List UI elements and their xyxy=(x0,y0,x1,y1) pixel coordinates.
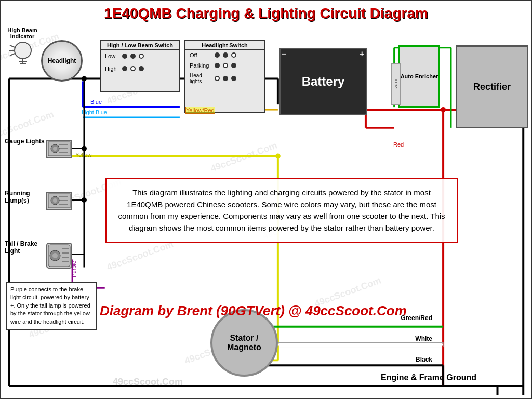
yellow-wire-label: Yellow xyxy=(75,152,91,158)
green-red-wire-label: Green/Red xyxy=(401,314,432,322)
svg-line-5 xyxy=(10,45,15,47)
rectifier-component: Rectifier xyxy=(456,45,528,128)
auto-enricher-component: Auto Enricher xyxy=(398,45,440,108)
red-wire-label: Red xyxy=(393,141,404,148)
yellow-red-wire-label: Yellow/Red xyxy=(185,107,215,114)
gauge-lights-component xyxy=(46,140,72,158)
blue-wire-label: Blue xyxy=(90,99,102,105)
headlight-switch-title: Headlight Switch xyxy=(185,41,264,50)
svg-point-61 xyxy=(441,107,446,112)
fuse-component: Fuse xyxy=(391,63,401,105)
page-title: 1E40QMB Charging & Lighting Circuit Diag… xyxy=(1,5,531,22)
svg-point-0 xyxy=(15,42,31,59)
black-wire-label: Black xyxy=(416,356,432,363)
headlight-switch: Headlight Switch Off Parking Head- light… xyxy=(184,40,265,113)
tail-brake-component xyxy=(46,243,72,269)
svg-point-21 xyxy=(52,253,58,258)
svg-point-15 xyxy=(53,198,57,203)
switch-row-low: Low xyxy=(101,50,179,62)
switch-row-parking: Parking xyxy=(185,60,264,71)
svg-point-57 xyxy=(82,76,87,81)
running-lamps-component xyxy=(46,192,72,210)
svg-line-6 xyxy=(10,54,15,56)
battery-minus: − xyxy=(282,49,286,59)
high-low-switch-title: High / Low Beam Switch xyxy=(101,41,179,50)
description-box: This diagram illustrates the lighting an… xyxy=(105,178,458,243)
svg-point-59 xyxy=(82,197,87,203)
svg-point-60 xyxy=(275,154,281,159)
switch-row-headlights: Head- lights xyxy=(185,71,264,86)
light-blue-wire-label: Light Blue xyxy=(82,109,107,115)
switch-row-off: Off xyxy=(185,50,264,60)
battery-component: Battery xyxy=(279,48,367,115)
svg-point-58 xyxy=(82,146,87,151)
diagram-area: High Beam Indicator Headlight Blue xyxy=(4,24,528,395)
diagram-by-credit: Diagram by Brent (90GTVert) @ 49ccScoot.… xyxy=(100,302,407,320)
high-beam-indicator-symbol xyxy=(6,40,40,69)
battery-plus: + xyxy=(360,49,364,59)
high-low-beam-switch: High / Low Beam Switch Low High xyxy=(100,40,180,92)
purple-wire-label: Purple xyxy=(71,261,77,277)
white-wire-label: White xyxy=(415,335,432,342)
purple-note-box: Purple connects to the brake light circu… xyxy=(6,282,97,330)
switch-row-high: High xyxy=(101,62,179,75)
headlight-component: Headlight xyxy=(41,40,83,82)
engine-ground-label: Engine & Frame Ground xyxy=(381,373,476,382)
svg-point-9 xyxy=(53,147,57,151)
main-container: 49ccScoot.Com 49ccScoot.Com 49ccScoot.Co… xyxy=(0,0,532,399)
